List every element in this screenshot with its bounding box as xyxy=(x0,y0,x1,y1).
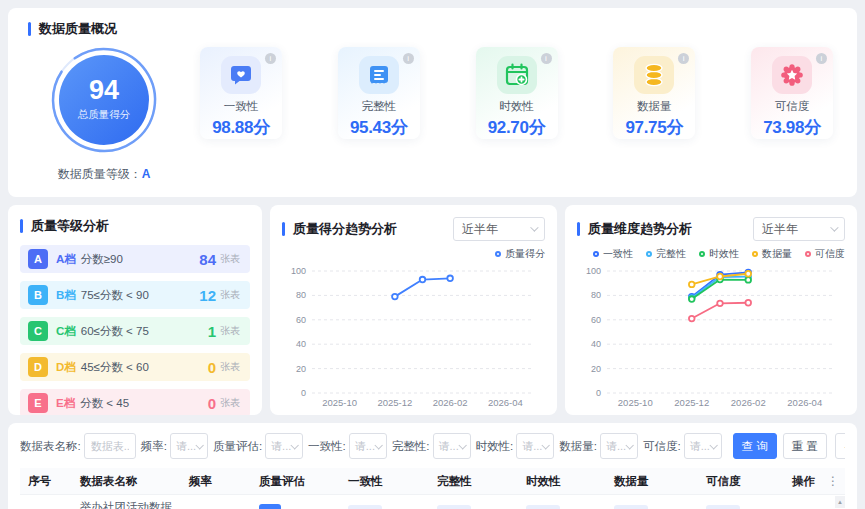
total-score-value: 94 xyxy=(89,75,119,105)
svg-text:2026-02: 2026-02 xyxy=(433,397,468,408)
grade-letter-badge: C xyxy=(28,321,48,341)
filter-label-0: 频率: xyxy=(141,439,167,454)
dimension-card-4: i 可信度 73.98分 xyxy=(751,47,833,139)
filter-select-placeholder: 请... xyxy=(439,439,459,454)
legend-marker-icon xyxy=(495,251,501,257)
dashboard-page: 数据质量概况 94 总质量得分 数据质量等级：A xyxy=(0,0,865,509)
table-scrollbar[interactable]: ▲ xyxy=(835,496,845,509)
grade-count: 12 xyxy=(199,287,216,304)
svg-text:2026-02: 2026-02 xyxy=(731,397,766,408)
chevron-down-icon xyxy=(542,441,550,449)
filter-select-5[interactable]: 请... xyxy=(600,433,638,459)
legend-item[interactable]: 质量得分 xyxy=(495,247,545,261)
table-header-cell: 数据量 xyxy=(606,474,698,489)
legend-label: 时效性 xyxy=(709,247,739,261)
legend-item[interactable]: 完整性 xyxy=(646,247,686,261)
filter-select-placeholder: 请... xyxy=(176,439,196,454)
grade-letter-badge: B xyxy=(28,285,48,305)
dimension-trend-panel: 质量维度趋势分析 近半年 一致性 完整性 时效性 数据量 xyxy=(565,205,857,415)
score-trend-range-select[interactable]: 近半年 xyxy=(453,217,545,241)
info-icon[interactable]: i xyxy=(678,53,689,64)
title-accent-bar xyxy=(20,219,23,233)
svg-text:60: 60 xyxy=(591,315,601,325)
legend-label: 可信度 xyxy=(815,247,845,261)
dimension-trend-title: 质量维度趋势分析 xyxy=(588,220,692,238)
grade-range: 75≤分数 < 90 xyxy=(81,288,149,303)
filter-select-0[interactable]: 请... xyxy=(170,433,208,459)
svg-text:60: 60 xyxy=(296,315,306,325)
grade-count-unit: 张表 xyxy=(220,324,240,338)
grade-panel-title: 质量等级分析 xyxy=(31,217,109,235)
legend-item[interactable]: 时效性 xyxy=(699,247,739,261)
chevron-down-icon xyxy=(530,223,538,231)
title-accent-bar xyxy=(282,222,285,236)
legend-label: 一致性 xyxy=(603,247,633,261)
legend-marker-icon xyxy=(593,251,599,257)
filter-select-placeholder: 请... xyxy=(522,439,542,454)
volume-pill: A档 xyxy=(614,505,648,509)
overview-title-row: 数据质量概况 xyxy=(28,20,837,38)
dimension-card-value: 73.98分 xyxy=(763,116,821,139)
svg-text:0: 0 xyxy=(301,388,306,398)
dimension-card-label: 一致性 xyxy=(224,99,259,114)
table-header-cell: 序号 xyxy=(20,474,72,489)
dimension-card-0: i 一致性 98.88分 xyxy=(200,47,282,139)
info-icon[interactable]: i xyxy=(265,53,276,64)
legend-marker-icon xyxy=(646,251,652,257)
quality-grade-value: A xyxy=(142,167,151,181)
score-trend-legend: 质量得分 xyxy=(282,247,545,261)
filter-label-5: 数据量: xyxy=(559,439,597,454)
svg-text:100: 100 xyxy=(586,266,601,276)
cell-table-name: 举办社团活动数据子类表 xyxy=(72,500,181,509)
filter-select-6[interactable]: 请... xyxy=(684,433,722,459)
filter-label-4: 时效性: xyxy=(476,439,514,454)
score-trend-title: 质量得分趋势分析 xyxy=(293,220,397,238)
filter-select-placeholder: 请... xyxy=(606,439,626,454)
dimension-trend-legend: 一致性 完整性 时效性 数据量 可信度 xyxy=(577,247,845,261)
grade-name: B档 xyxy=(56,288,76,303)
timeliness-pill: A档 xyxy=(526,505,560,509)
reset-button[interactable]: 重 置 xyxy=(783,433,827,459)
dimension-trend-range-select[interactable]: 近半年 xyxy=(753,217,845,241)
query-button[interactable]: 查 询 xyxy=(733,433,777,459)
legend-item[interactable]: 一致性 xyxy=(593,247,633,261)
info-icon[interactable]: i xyxy=(541,53,552,64)
legend-label: 质量得分 xyxy=(505,247,545,261)
chat-heart-icon xyxy=(221,56,261,94)
filter-select-3[interactable]: 请... xyxy=(433,433,471,459)
table-row[interactable]: 1 举办社团活动数据子类表 学期 A A档 A档 A档 A档 A档 质量详情 xyxy=(20,495,845,509)
column-settings-icon[interactable]: ⋮ xyxy=(827,474,839,488)
legend-item[interactable]: 数据量 xyxy=(752,247,792,261)
export-button[interactable]: 导 出 xyxy=(835,433,845,459)
chevron-down-icon xyxy=(830,223,838,231)
dimension-card-label: 可信度 xyxy=(775,99,810,114)
chevron-down-icon xyxy=(626,441,634,449)
filter-label-2: 一致性: xyxy=(308,439,346,454)
grade-row-D: D D档 45≤分数 < 60 0 张表 xyxy=(20,353,250,381)
legend-marker-icon xyxy=(752,251,758,257)
info-icon[interactable]: i xyxy=(403,53,414,64)
svg-text:2026-04: 2026-04 xyxy=(488,397,523,408)
quality-grade-label: 数据质量等级： xyxy=(58,167,142,181)
filter-select-1[interactable]: 请... xyxy=(265,433,303,459)
data-table: 序号数据表名称频率质量评估一致性完整性时效性数据量可信度操作⋮ 1 举办社团活动… xyxy=(20,468,845,509)
filter-bar: 数据表名称: 频率: 请... 质量评估: 请... 一致性: 请... 完整性… xyxy=(20,433,845,459)
filter-select-2[interactable]: 请... xyxy=(349,433,387,459)
legend-item[interactable]: 可信度 xyxy=(805,247,845,261)
total-score-label: 总质量得分 xyxy=(77,108,131,120)
filter-label-3: 完整性: xyxy=(392,439,430,454)
dimension-card-value: 92.70分 xyxy=(488,116,546,139)
chevron-down-icon xyxy=(709,441,717,449)
scrollbar-up-arrow-icon[interactable]: ▲ xyxy=(835,496,845,508)
table-name-filter-input[interactable] xyxy=(84,433,136,459)
svg-text:2025-10: 2025-10 xyxy=(618,397,653,408)
dimension-card-value: 97.75分 xyxy=(625,116,683,139)
info-icon[interactable]: i xyxy=(816,53,827,64)
dimension-card-label: 完整性 xyxy=(362,99,397,114)
filter-select-4[interactable]: 请... xyxy=(516,433,554,459)
filter-select-placeholder: 请... xyxy=(355,439,375,454)
grade-range: 分数 < 45 xyxy=(80,396,129,411)
chevron-down-icon xyxy=(458,441,466,449)
consistency-pill: A档 xyxy=(348,505,382,509)
grade-name: D档 xyxy=(56,360,76,375)
